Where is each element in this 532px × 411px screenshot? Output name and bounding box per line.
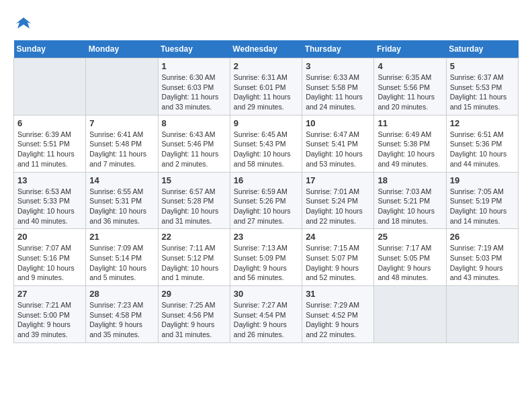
day-number: 21 <box>89 232 154 242</box>
calendar-cell: 13Sunrise: 6:53 AM Sunset: 5:33 PM Dayli… <box>14 172 86 229</box>
day-number: 31 <box>306 289 370 299</box>
weekday-header: Friday <box>374 40 446 58</box>
calendar-cell: 21Sunrise: 7:09 AM Sunset: 5:14 PM Dayli… <box>86 229 158 286</box>
calendar-cell: 30Sunrise: 7:27 AM Sunset: 4:54 PM Dayli… <box>230 286 302 343</box>
calendar-cell: 10Sunrise: 6:47 AM Sunset: 5:41 PM Dayli… <box>302 115 374 172</box>
calendar-cell: 27Sunrise: 7:21 AM Sunset: 5:00 PM Dayli… <box>14 286 86 343</box>
day-number: 17 <box>306 175 370 185</box>
day-number: 14 <box>89 175 154 185</box>
calendar-cell: 15Sunrise: 6:57 AM Sunset: 5:28 PM Dayli… <box>158 172 230 229</box>
day-info: Sunrise: 6:41 AM Sunset: 5:48 PM Dayligh… <box>89 130 154 169</box>
calendar-week-row: 13Sunrise: 6:53 AM Sunset: 5:33 PM Dayli… <box>14 172 519 229</box>
calendar-week-row: 20Sunrise: 7:07 AM Sunset: 5:16 PM Dayli… <box>14 229 519 286</box>
weekday-header: Sunday <box>14 40 86 58</box>
day-info: Sunrise: 7:15 AM Sunset: 5:07 PM Dayligh… <box>306 243 370 283</box>
day-info: Sunrise: 7:13 AM Sunset: 5:09 PM Dayligh… <box>234 243 298 283</box>
day-info: Sunrise: 7:25 AM Sunset: 4:56 PM Dayligh… <box>162 300 226 340</box>
calendar-cell <box>374 286 446 343</box>
calendar-cell: 28Sunrise: 7:23 AM Sunset: 4:58 PM Dayli… <box>86 286 158 343</box>
day-info: Sunrise: 7:19 AM Sunset: 5:03 PM Dayligh… <box>450 243 515 283</box>
calendar-cell: 25Sunrise: 7:17 AM Sunset: 5:05 PM Dayli… <box>374 229 446 286</box>
day-number: 5 <box>450 61 515 71</box>
day-info: Sunrise: 6:35 AM Sunset: 5:56 PM Dayligh… <box>378 73 442 112</box>
day-number: 3 <box>306 61 370 71</box>
day-number: 7 <box>89 118 154 128</box>
day-info: Sunrise: 7:01 AM Sunset: 5:24 PM Dayligh… <box>306 187 370 226</box>
day-number: 6 <box>17 118 82 128</box>
day-info: Sunrise: 7:21 AM Sunset: 5:00 PM Dayligh… <box>17 300 82 340</box>
weekday-row: SundayMondayTuesdayWednesdayThursdayFrid… <box>14 40 519 58</box>
weekday-header: Tuesday <box>158 40 230 58</box>
calendar-cell: 9Sunrise: 6:45 AM Sunset: 5:43 PM Daylig… <box>230 115 302 172</box>
day-info: Sunrise: 6:47 AM Sunset: 5:41 PM Dayligh… <box>306 130 370 169</box>
weekday-header: Monday <box>86 40 158 58</box>
weekday-header: Saturday <box>446 40 518 58</box>
day-info: Sunrise: 6:51 AM Sunset: 5:36 PM Dayligh… <box>450 130 515 169</box>
day-number: 2 <box>234 61 298 71</box>
day-info: Sunrise: 6:31 AM Sunset: 6:01 PM Dayligh… <box>234 73 298 112</box>
calendar-cell: 12Sunrise: 6:51 AM Sunset: 5:36 PM Dayli… <box>446 115 518 172</box>
day-number: 19 <box>450 175 515 185</box>
calendar-cell <box>14 58 86 116</box>
calendar-week-row: 27Sunrise: 7:21 AM Sunset: 5:00 PM Dayli… <box>14 286 519 343</box>
calendar-cell: 6Sunrise: 6:39 AM Sunset: 5:51 PM Daylig… <box>14 115 86 172</box>
calendar-table: SundayMondayTuesdayWednesdayThursdayFrid… <box>13 40 519 343</box>
calendar-cell: 29Sunrise: 7:25 AM Sunset: 4:56 PM Dayli… <box>158 286 230 343</box>
logo <box>13 13 38 34</box>
calendar-cell: 3Sunrise: 6:33 AM Sunset: 5:58 PM Daylig… <box>302 58 374 116</box>
calendar-cell: 20Sunrise: 7:07 AM Sunset: 5:16 PM Dayli… <box>14 229 86 286</box>
day-number: 29 <box>162 289 226 299</box>
calendar-cell: 1Sunrise: 6:30 AM Sunset: 6:03 PM Daylig… <box>158 58 230 116</box>
day-info: Sunrise: 6:45 AM Sunset: 5:43 PM Dayligh… <box>234 130 298 169</box>
day-info: Sunrise: 6:37 AM Sunset: 5:53 PM Dayligh… <box>450 73 515 112</box>
day-number: 9 <box>234 118 298 128</box>
calendar-cell: 14Sunrise: 6:55 AM Sunset: 5:31 PM Dayli… <box>86 172 158 229</box>
calendar-cell: 31Sunrise: 7:29 AM Sunset: 4:52 PM Dayli… <box>302 286 374 343</box>
day-number: 27 <box>17 289 82 299</box>
calendar-cell: 2Sunrise: 6:31 AM Sunset: 6:01 PM Daylig… <box>230 58 302 116</box>
day-number: 26 <box>450 232 515 242</box>
day-info: Sunrise: 7:09 AM Sunset: 5:14 PM Dayligh… <box>89 243 154 283</box>
day-info: Sunrise: 6:59 AM Sunset: 5:26 PM Dayligh… <box>234 187 298 226</box>
calendar-cell: 5Sunrise: 6:37 AM Sunset: 5:53 PM Daylig… <box>446 58 518 116</box>
calendar-cell <box>86 58 158 116</box>
day-number: 28 <box>89 289 154 299</box>
day-info: Sunrise: 7:11 AM Sunset: 5:12 PM Dayligh… <box>162 243 226 283</box>
calendar-cell: 18Sunrise: 7:03 AM Sunset: 5:21 PM Dayli… <box>374 172 446 229</box>
logo-icon <box>13 13 34 34</box>
weekday-header: Thursday <box>302 40 374 58</box>
calendar-cell: 23Sunrise: 7:13 AM Sunset: 5:09 PM Dayli… <box>230 229 302 286</box>
day-number: 10 <box>306 118 370 128</box>
day-info: Sunrise: 6:55 AM Sunset: 5:31 PM Dayligh… <box>89 187 154 226</box>
day-info: Sunrise: 7:29 AM Sunset: 4:52 PM Dayligh… <box>306 300 370 340</box>
day-info: Sunrise: 6:53 AM Sunset: 5:33 PM Dayligh… <box>17 187 82 226</box>
day-number: 13 <box>17 175 82 185</box>
calendar-cell: 24Sunrise: 7:15 AM Sunset: 5:07 PM Dayli… <box>302 229 374 286</box>
day-number: 24 <box>306 232 370 242</box>
day-number: 30 <box>234 289 298 299</box>
calendar-week-row: 1Sunrise: 6:30 AM Sunset: 6:03 PM Daylig… <box>14 58 519 116</box>
day-number: 15 <box>162 175 226 185</box>
calendar-cell: 8Sunrise: 6:43 AM Sunset: 5:46 PM Daylig… <box>158 115 230 172</box>
svg-marker-0 <box>16 17 32 29</box>
calendar-header: SundayMondayTuesdayWednesdayThursdayFrid… <box>14 40 519 58</box>
weekday-header: Wednesday <box>230 40 302 58</box>
day-info: Sunrise: 6:57 AM Sunset: 5:28 PM Dayligh… <box>162 187 226 226</box>
calendar-cell: 4Sunrise: 6:35 AM Sunset: 5:56 PM Daylig… <box>374 58 446 116</box>
calendar-week-row: 6Sunrise: 6:39 AM Sunset: 5:51 PM Daylig… <box>14 115 519 172</box>
day-number: 18 <box>378 175 442 185</box>
calendar-cell: 26Sunrise: 7:19 AM Sunset: 5:03 PM Dayli… <box>446 229 518 286</box>
day-info: Sunrise: 7:07 AM Sunset: 5:16 PM Dayligh… <box>17 243 82 283</box>
day-number: 11 <box>378 118 442 128</box>
day-number: 20 <box>17 232 82 242</box>
day-info: Sunrise: 7:03 AM Sunset: 5:21 PM Dayligh… <box>378 187 442 226</box>
page-header <box>13 13 519 34</box>
day-info: Sunrise: 7:27 AM Sunset: 4:54 PM Dayligh… <box>234 300 298 340</box>
day-info: Sunrise: 7:05 AM Sunset: 5:19 PM Dayligh… <box>450 187 515 226</box>
day-number: 23 <box>234 232 298 242</box>
calendar-cell: 19Sunrise: 7:05 AM Sunset: 5:19 PM Dayli… <box>446 172 518 229</box>
calendar-body: 1Sunrise: 6:30 AM Sunset: 6:03 PM Daylig… <box>14 58 519 343</box>
day-info: Sunrise: 7:17 AM Sunset: 5:05 PM Dayligh… <box>378 243 442 283</box>
calendar-cell: 7Sunrise: 6:41 AM Sunset: 5:48 PM Daylig… <box>86 115 158 172</box>
day-info: Sunrise: 6:30 AM Sunset: 6:03 PM Dayligh… <box>162 73 226 112</box>
